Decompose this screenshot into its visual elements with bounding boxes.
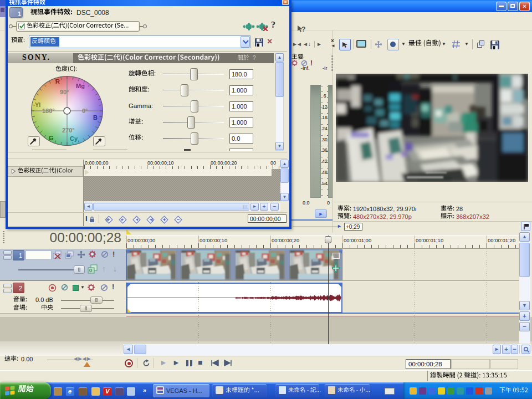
svg-text:?: ? [301,25,305,33]
svg-text:0: 0 [89,268,92,273]
